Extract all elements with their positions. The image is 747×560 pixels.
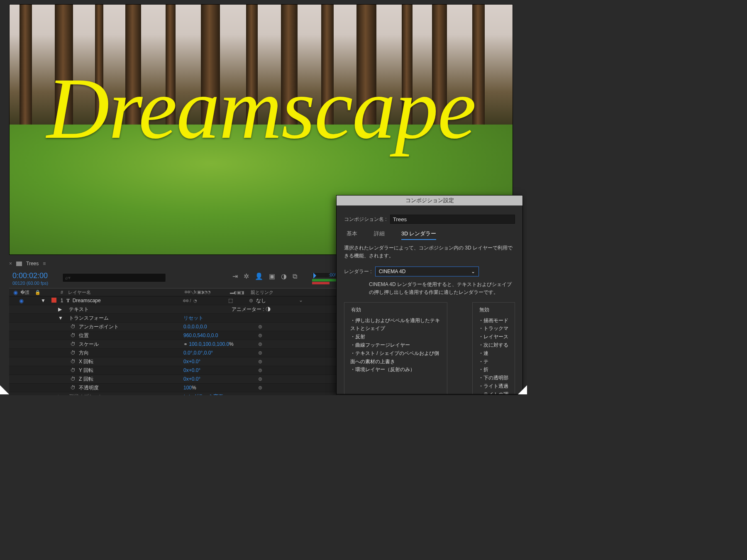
shape-options-label: 形状オプション — [69, 393, 183, 396]
layer-switches[interactable]: ✲✲ / ◔ — [183, 298, 228, 303]
property-row[interactable]: ⏱不透明度100%⊚ — [9, 384, 337, 392]
property-value[interactable]: 0x+0.0° — [183, 367, 254, 373]
timeline-tab-name[interactable]: Trees — [26, 261, 39, 267]
property-name: アンカーポイント — [79, 323, 183, 330]
comp-flowchart-icon[interactable]: ⇥ — [232, 272, 238, 280]
layer-name[interactable]: Dreamscape — [73, 298, 101, 303]
visibility-toggle-icon[interactable]: ◉ — [19, 298, 24, 304]
motion-blur-icon[interactable]: ◑ — [281, 272, 287, 280]
tab-basic[interactable]: 基本 — [347, 230, 357, 240]
property-value[interactable]: 100% — [183, 385, 254, 391]
stopwatch-icon[interactable]: ⏱ — [71, 341, 76, 347]
pickwhip-icon[interactable]: ⊚ — [249, 298, 253, 303]
text-group-label: テキスト — [69, 306, 183, 313]
property-value[interactable]: 0.0°,0.0°,0.0° — [183, 350, 254, 356]
transform-reset-link[interactable]: リセット — [183, 315, 246, 322]
layer-duration-bar[interactable] — [312, 282, 330, 284]
parent-dropdown[interactable]: なし — [256, 298, 266, 303]
mini-time-ruler[interactable]: :00f — [312, 272, 337, 287]
frame-blend-icon[interactable]: ▣ — [269, 272, 275, 280]
property-row[interactable]: ⏱アンカーポイント0.0,0.0,0.0⊚ — [9, 323, 337, 331]
chevron-down-icon: ⌄ — [471, 269, 475, 274]
transform-group-label: トランスフォーム — [69, 315, 183, 322]
current-timecode-frames: 00120 (60.00 fps) — [12, 281, 48, 286]
twirl-down-icon[interactable]: ▼ — [58, 315, 69, 321]
property-row[interactable]: ⏱Y 回転0x+0.0°⊚ — [9, 366, 337, 375]
search-dropdown-icon[interactable]: ▾ — [68, 275, 71, 281]
property-name: Y 回転 — [79, 367, 183, 374]
timeline-search-input[interactable]: ⌕ ▾ — [62, 273, 166, 282]
transform-group-row[interactable]: ▼ トランスフォーム リセット — [9, 314, 337, 323]
stopwatch-icon[interactable]: ⏱ — [71, 359, 76, 364]
twirl-right-icon[interactable]: ▶ — [58, 394, 69, 395]
property-row[interactable]: ⏱位置960.0,540.0,0.0⊚ — [9, 331, 337, 340]
twirl-right-icon[interactable]: ▶ — [58, 306, 69, 312]
change-renderer-link[interactable]: レンダラーを変更 ... — [183, 393, 258, 396]
link-icon[interactable]: ⚭ — [183, 341, 188, 347]
close-icon[interactable]: × — [9, 261, 12, 267]
property-row[interactable]: ⏱スケール⚭ 100.0,100.0,100.0%⊚ — [9, 340, 337, 349]
tab-advanced[interactable]: 詳細 — [374, 230, 385, 240]
layer-color-swatch[interactable] — [51, 298, 56, 303]
stopwatch-icon[interactable]: ⏱ — [71, 376, 76, 382]
property-value[interactable]: 960.0,540.0,0.0 — [183, 333, 254, 338]
chevron-down-icon[interactable]: ⌄ — [299, 297, 303, 303]
property-value[interactable]: 0x+0.0° — [183, 376, 254, 382]
shape-options-row[interactable]: ▶ 形状オプション レンダラーを変更 ... — [9, 392, 337, 395]
property-row[interactable]: ⏱方向0.0°,0.0°,0.0°⊚ — [9, 349, 337, 357]
comp-name-input[interactable] — [390, 215, 515, 224]
expression-pickwhip-icon[interactable]: ⊚ — [258, 367, 262, 373]
renderer-label: レンダラー : — [344, 268, 372, 275]
expression-pickwhip-icon[interactable]: ⊚ — [258, 350, 262, 356]
timeline-column-headers: ◉�護 🔒 # レイヤー名 ✲✲＼fx ▣◑◔◔ ▬◐▣◨ 親とリンク — [9, 288, 337, 296]
property-name: 位置 — [79, 332, 183, 339]
expression-pickwhip-icon[interactable]: ⊚ — [258, 385, 262, 391]
stopwatch-icon[interactable]: ⏱ — [71, 367, 76, 373]
property-value[interactable]: ⚭ 100.0,100.0,100.0% — [183, 341, 254, 347]
disabled-feature-item: 描画モード — [478, 317, 509, 325]
disabled-feature-item: テ — [478, 358, 509, 366]
disabled-feature-item: 折 — [478, 366, 509, 374]
enabled-feature-item: 押し出しおよびベベルを適用したテキストとシェイプ — [350, 317, 441, 333]
enabled-feature-item: テキスト / シェイプのベベルおよび側面への素材の上書き — [350, 350, 441, 366]
layer-row[interactable]: ◉ ▼ 1 T Dreamscape ✲✲ / ◔ ⬚ ⊚ なし ⌄ — [9, 296, 337, 305]
property-row[interactable]: ⏱X 回転0x+0.0°⊚ — [9, 357, 337, 366]
current-timecode[interactable]: 0:00:02:00 — [12, 271, 48, 280]
comp-name-label: コンポジション名 : — [344, 216, 387, 223]
panel-menu-icon[interactable]: ≡ — [43, 261, 46, 267]
disabled-feature-item: 下の透明部 — [478, 374, 509, 382]
expression-pickwhip-icon[interactable]: ⊚ — [258, 376, 262, 382]
stopwatch-icon[interactable]: ⏱ — [71, 324, 76, 330]
twirl-down-icon[interactable]: ▼ — [41, 298, 51, 303]
text-group-row[interactable]: ▶ テキスト アニメーター : ◑ — [9, 305, 337, 314]
search-icon: ⌕ — [65, 275, 68, 281]
expression-pickwhip-icon[interactable]: ⊚ — [258, 341, 262, 347]
work-area-bar[interactable] — [312, 279, 337, 281]
layer-3d-toggle-icon[interactable]: ⬚ — [228, 298, 249, 303]
renderer-select[interactable]: CINEMA 4D ⌄ — [375, 267, 479, 276]
cti-playhead-icon[interactable] — [313, 273, 316, 279]
property-value[interactable]: 0.0,0.0,0.0 — [183, 324, 254, 330]
shy-icon[interactable]: 👤 — [255, 272, 263, 280]
stopwatch-icon[interactable]: ⏱ — [71, 333, 76, 338]
resize-notch-bl — [0, 385, 9, 394]
disabled-feature-item: 連 — [478, 350, 509, 358]
expression-pickwhip-icon[interactable]: ⊚ — [258, 324, 262, 330]
enabled-feature-item: 曲線フッテージレイヤー — [350, 341, 441, 350]
col-layer-index: # — [57, 290, 66, 295]
stopwatch-icon[interactable]: ⏱ — [71, 385, 76, 391]
add-animator-icon[interactable]: ◑ — [266, 306, 271, 312]
graph-editor-icon[interactable]: ⧉ — [293, 273, 297, 280]
col-layer-name: レイヤー名 — [66, 289, 183, 296]
draft3d-icon[interactable]: ✲ — [244, 272, 249, 280]
lock-header-icon: 🔒 — [33, 290, 41, 295]
animator-label: アニメーター : — [232, 306, 264, 312]
enabled-feature-item: 反射 — [350, 333, 441, 341]
stopwatch-icon[interactable]: ⏱ — [71, 350, 76, 356]
expression-pickwhip-icon[interactable]: ⊚ — [258, 359, 262, 364]
col-switches: ✲✲＼fx ▣◑◔◔ — [183, 289, 228, 295]
property-row[interactable]: ⏱Z 回転0x+0.0°⊚ — [9, 375, 337, 384]
tab-3d-renderer[interactable]: 3D レンダラー — [401, 230, 436, 240]
expression-pickwhip-icon[interactable]: ⊚ — [258, 333, 262, 338]
property-value[interactable]: 0x+0.0° — [183, 359, 254, 364]
